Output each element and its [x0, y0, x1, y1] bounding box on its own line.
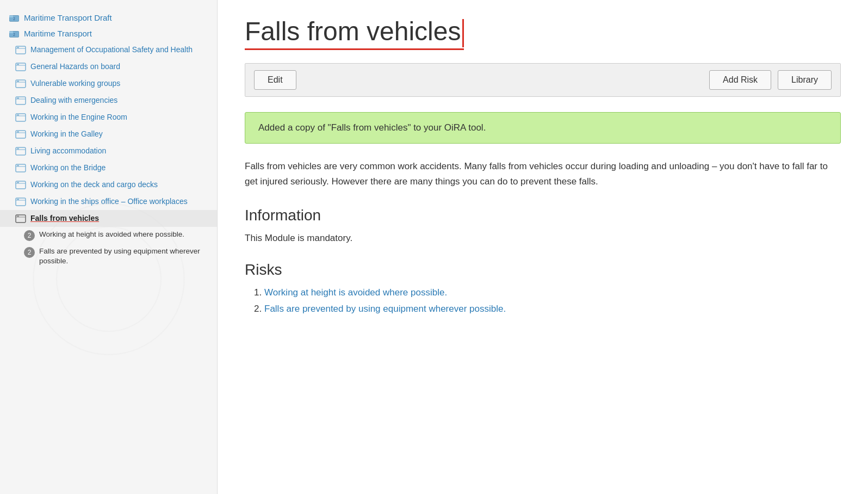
- svg-rect-32: [17, 182, 19, 183]
- risk-item-2: Falls are prevented by using equipment w…: [264, 304, 841, 314]
- folder-icon-2: 2: [9, 29, 20, 38]
- risk-link-1[interactable]: Working at height is avoided where possi…: [264, 287, 447, 298]
- sidebar-item-maritime[interactable]: 2 Maritime Transport: [0, 26, 217, 41]
- module-icon-falls: [15, 214, 26, 224]
- module-icon-emergencies: [15, 96, 26, 106]
- sidebar-emergencies-label: Dealing with emergencies: [30, 95, 117, 105]
- module-icon-management: [15, 45, 26, 55]
- library-button[interactable]: Library: [778, 70, 832, 90]
- information-text: This Module is mandatory.: [245, 233, 841, 244]
- sidebar-galley-label: Working in the Galley: [30, 129, 103, 139]
- svg-rect-38: [17, 216, 19, 217]
- svg-rect-23: [17, 132, 19, 133]
- svg-rect-35: [17, 199, 19, 200]
- svg-rect-8: [17, 47, 19, 48]
- sidebar-item-general-hazards[interactable]: General Hazards on board: [0, 58, 217, 75]
- sidebar-item-vulnerable[interactable]: Vulnerable working groups: [0, 75, 217, 92]
- svg-rect-26: [17, 149, 19, 150]
- sidebar-deck-label: Working on the deck and cargo decks: [30, 180, 158, 189]
- risk-item-1: Working at height is avoided where possi…: [264, 287, 841, 298]
- sidebar-engine-label: Working in the Engine Room: [30, 112, 127, 122]
- sidebar-item-living[interactable]: Living accommodation: [0, 143, 217, 159]
- module-icon-hazards: [15, 62, 26, 72]
- sidebar-item-engine-room[interactable]: Working in the Engine Room: [0, 109, 217, 126]
- information-heading: Information: [245, 207, 841, 224]
- sidebar-falls-label: Falls from vehicles: [30, 213, 99, 223]
- information-section: Information This Module is mandatory.: [245, 207, 841, 244]
- svg-rect-29: [17, 165, 19, 166]
- sidebar-item-galley[interactable]: Working in the Galley: [0, 126, 217, 143]
- risk-number-1: 2: [24, 230, 35, 241]
- module-icon-galley: [15, 129, 26, 139]
- risks-list: Working at height is avoided where possi…: [245, 287, 841, 314]
- sub-item-1: 2 Working at height is avoided where pos…: [0, 227, 217, 244]
- main-content: Falls from vehicles Edit Add Risk Librar…: [218, 0, 868, 494]
- sidebar-vulnerable-label: Vulnerable working groups: [30, 78, 120, 88]
- svg-rect-14: [17, 81, 19, 82]
- sidebar-item-falls[interactable]: Falls from vehicles: [0, 210, 217, 227]
- sub-item-label-1: Working at height is avoided where possi…: [39, 230, 184, 239]
- sidebar-item-bridge[interactable]: Working on the Bridge: [0, 159, 217, 176]
- sidebar: 2 Maritime Transport Draft 2 Maritime Tr…: [0, 0, 218, 494]
- svg-rect-20: [17, 115, 19, 116]
- sidebar-item-draft[interactable]: 2 Maritime Transport Draft: [0, 10, 217, 26]
- module-icon-vulnerable: [15, 79, 26, 89]
- title-underline: [245, 48, 464, 50]
- svg-rect-11: [17, 64, 19, 65]
- module-icon-bridge: [15, 163, 26, 173]
- description-text: Falls from vehicles are very common work…: [245, 159, 841, 189]
- sub-item-label-2: Falls are prevented by using equipment w…: [39, 246, 208, 266]
- sidebar-hazards-label: General Hazards on board: [30, 61, 120, 71]
- add-risk-button[interactable]: Add Risk: [709, 70, 771, 90]
- svg-rect-1: [9, 15, 13, 17]
- page-title-wrapper: Falls from vehicles: [245, 16, 841, 50]
- sidebar-item-deck[interactable]: Working on the deck and cargo decks: [0, 176, 217, 193]
- svg-text:2: 2: [13, 16, 15, 20]
- sidebar-bridge-label: Working on the Bridge: [30, 163, 106, 172]
- sidebar-draft-label: Maritime Transport Draft: [24, 13, 112, 22]
- sidebar-office-label: Working in the ships office – Office wor…: [30, 196, 188, 206]
- risks-heading: Risks: [245, 261, 841, 279]
- title-cursor: [462, 19, 464, 47]
- svg-rect-4: [9, 31, 13, 33]
- module-icon-deck: [15, 180, 26, 190]
- sidebar-item-emergencies[interactable]: Dealing with emergencies: [0, 92, 217, 109]
- sidebar-item-management[interactable]: Management of Occupational Safety and He…: [0, 41, 217, 58]
- success-banner: Added a copy of "Falls from vehicles" to…: [245, 112, 841, 144]
- svg-text:2: 2: [13, 32, 15, 36]
- folder-icon: 2: [9, 14, 20, 22]
- module-icon-living: [15, 146, 26, 156]
- risk-number-2: 2: [24, 247, 35, 258]
- sidebar-living-label: Living accommodation: [30, 146, 106, 156]
- sidebar-children: Management of Occupational Safety and He…: [0, 41, 217, 269]
- sidebar-management-label: Management of Occupational Safety and He…: [30, 45, 193, 54]
- sidebar-maritime-label: Maritime Transport: [24, 29, 92, 38]
- svg-rect-17: [17, 98, 19, 99]
- page-title: Falls from vehicles: [245, 16, 461, 46]
- risk-link-2[interactable]: Falls are prevented by using equipment w…: [264, 304, 506, 314]
- module-icon-engine: [15, 113, 26, 122]
- sidebar-item-office[interactable]: Working in the ships office – Office wor…: [0, 193, 217, 210]
- sub-item-2: 2 Falls are prevented by using equipment…: [0, 244, 217, 269]
- module-icon-office: [15, 197, 26, 207]
- toolbar: Edit Add Risk Library: [245, 63, 841, 97]
- edit-button[interactable]: Edit: [254, 70, 296, 90]
- risks-section: Risks Working at height is avoided where…: [245, 261, 841, 314]
- banner-text: Added a copy of "Falls from vehicles" to…: [258, 122, 486, 133]
